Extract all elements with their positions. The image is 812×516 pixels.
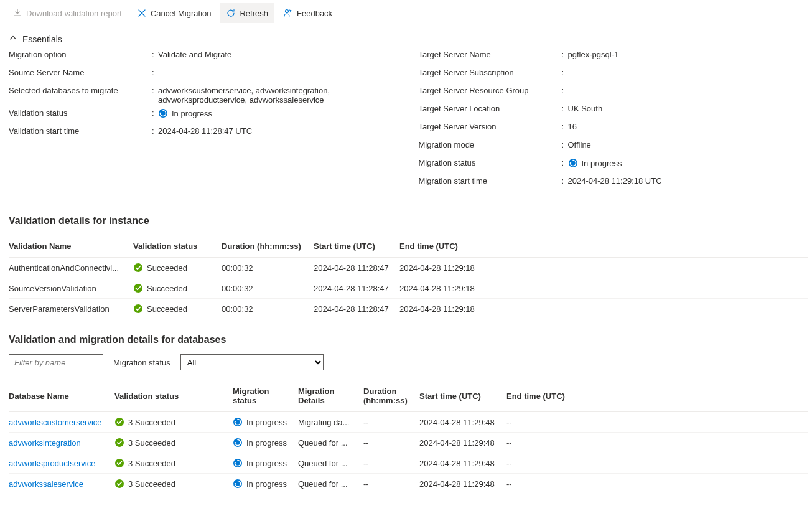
table-row: advworkssaleservice3 SucceededIn progres… [9, 474, 808, 494]
feedback-button[interactable]: Feedback [277, 3, 338, 23]
db-name-cell: advworkscustomerservice [9, 412, 114, 433]
db-vstatus-cell: 3 Succeeded [114, 453, 233, 474]
db-filter-row: Migration status All [9, 354, 803, 370]
table-row: advworkscustomerservice3 SucceededIn pro… [9, 412, 808, 433]
db-mdetails-cell: Queued for ... [298, 474, 363, 494]
db-mstatus-cell: In progress [233, 474, 298, 494]
db-duration-cell: -- [363, 453, 419, 474]
db-name-link[interactable]: advworkssaleservice [9, 479, 83, 489]
db-name-link[interactable]: advworksintegration [9, 438, 81, 448]
db-duration-cell: -- [363, 412, 419, 433]
target-server-subscription-label: Target Server Subscription [419, 68, 562, 77]
db-duration-cell: -- [363, 433, 419, 453]
instance-section-title: Validation details for instance [9, 215, 803, 227]
db-vstatus-cell: 3 Succeeded [114, 474, 233, 494]
migration-status-label: Migration status [419, 158, 562, 167]
migration-status-value: In progress [568, 158, 804, 168]
col-db-mstatus[interactable]: Migration status [233, 380, 298, 412]
table-row: advworksintegration3 SucceededIn progres… [9, 433, 808, 453]
success-icon [133, 283, 143, 293]
essentials-header-label: Essentials [22, 34, 62, 44]
duration-cell: 00:00:32 [222, 258, 314, 278]
col-db-start[interactable]: Start time (UTC) [419, 380, 506, 412]
db-details-table: Database Name Validation status Migratio… [9, 380, 808, 494]
db-mdetails-cell: Migrating da... [298, 412, 363, 433]
essentials-toggle[interactable]: Essentials [6, 26, 806, 48]
db-name-cell: advworksproductservice [9, 453, 114, 474]
col-start-time[interactable]: Start time (UTC) [314, 235, 399, 258]
download-validation-report-button: Download validation report [6, 3, 128, 23]
db-name-link[interactable]: advworksproductservice [9, 459, 95, 468]
success-icon [114, 438, 124, 448]
col-validation-status[interactable]: Validation status [133, 235, 222, 258]
migration-mode-value: Offline [568, 140, 804, 149]
end-time-cell: 2024-04-28 11:29:18 [399, 299, 808, 319]
essentials-right-column: Target Server Name : pgflex-pgsql-1 Targ… [419, 48, 804, 192]
validation-name-cell: SourceVersionValidation [9, 278, 133, 299]
migration-start-time-label: Migration start time [419, 176, 562, 185]
download-icon [12, 8, 22, 18]
db-start-cell: 2024-04-28 11:29:48 [419, 453, 506, 474]
db-start-cell: 2024-04-28 11:29:48 [419, 412, 506, 433]
db-mstatus-cell: In progress [233, 453, 298, 474]
validation-status-cell: Succeeded [133, 258, 222, 278]
validation-status-cell: Succeeded [133, 299, 222, 319]
command-bar: Download validation report Cancel Migrat… [6, 3, 806, 26]
validation-start-time-label: Validation start time [9, 126, 152, 136]
col-db-duration[interactable]: Duration (hh:mm:ss) [363, 380, 419, 412]
cancel-migration-button[interactable]: Cancel Migration [131, 3, 218, 23]
col-db-name[interactable]: Database Name [9, 380, 114, 412]
migration-start-time-value: 2024-04-28 11:29:18 UTC [568, 176, 804, 185]
essentials-left-column: Migration option : Validate and Migrate … [9, 48, 419, 192]
db-vstatus-cell: 3 Succeeded [114, 433, 233, 453]
selected-databases-value: advworkscustomerservice, advworksintegra… [158, 86, 394, 105]
target-server-name-label: Target Server Name [419, 50, 562, 59]
filter-by-name-input[interactable] [9, 354, 103, 370]
col-db-mdetails[interactable]: Migration Details [298, 380, 363, 412]
db-mdetails-cell: Queued for ... [298, 433, 363, 453]
db-name-cell: advworkssaleservice [9, 474, 114, 494]
col-validation-name[interactable]: Validation Name [9, 235, 133, 258]
validation-name-cell: AuthenticationAndConnectivi... [9, 258, 133, 278]
db-mstatus-cell: In progress [233, 433, 298, 453]
target-server-rg-label: Target Server Resource Group [419, 86, 562, 95]
col-duration[interactable]: Duration (hh:mm:ss) [222, 235, 314, 258]
target-server-location-label: Target Server Location [419, 104, 562, 113]
validation-status-label: Validation status [9, 108, 152, 118]
db-end-cell: -- [506, 412, 808, 433]
refresh-button[interactable]: Refresh [220, 3, 274, 23]
target-server-version-value: 16 [568, 122, 804, 131]
in-progress-icon [158, 108, 168, 118]
validation-status-cell: Succeeded [133, 278, 222, 299]
db-section-title: Validation and migration details for dat… [9, 334, 803, 345]
col-end-time[interactable]: End time (UTC) [399, 235, 808, 258]
start-time-cell: 2024-04-28 11:28:47 [314, 258, 399, 278]
db-start-cell: 2024-04-28 11:29:48 [419, 433, 506, 453]
in-progress-icon [568, 158, 578, 168]
success-icon [114, 417, 124, 427]
col-db-vstatus[interactable]: Validation status [114, 380, 233, 412]
migration-status-select[interactable]: All [180, 354, 324, 370]
success-icon [114, 479, 124, 489]
col-db-end[interactable]: End time (UTC) [506, 380, 808, 412]
db-mstatus-cell: In progress [233, 412, 298, 433]
in-progress-icon [233, 458, 243, 468]
start-time-cell: 2024-04-28 11:28:47 [314, 299, 399, 319]
validation-start-time-value: 2024-04-28 11:28:47 UTC [158, 126, 394, 136]
db-end-cell: -- [506, 453, 808, 474]
end-time-cell: 2024-04-28 11:29:18 [399, 258, 808, 278]
source-server-name-label: Source Server Name [9, 68, 152, 77]
success-icon [133, 263, 143, 273]
db-end-cell: -- [506, 433, 808, 453]
target-server-location-value: UK South [568, 104, 804, 113]
refresh-label: Refresh [240, 9, 268, 18]
target-server-name-value: pgflex-pgsql-1 [568, 50, 804, 59]
db-vstatus-cell: 3 Succeeded [114, 412, 233, 433]
cancel-label: Cancel Migration [151, 9, 212, 18]
db-mdetails-cell: Queued for ... [298, 453, 363, 474]
table-row: ServerParametersValidationSucceeded00:00… [9, 299, 808, 319]
table-row: AuthenticationAndConnectivi...Succeeded0… [9, 258, 808, 278]
db-name-link[interactable]: advworkscustomerservice [9, 418, 102, 427]
in-progress-icon [233, 417, 243, 427]
migration-status-filter-label: Migration status [113, 358, 170, 367]
